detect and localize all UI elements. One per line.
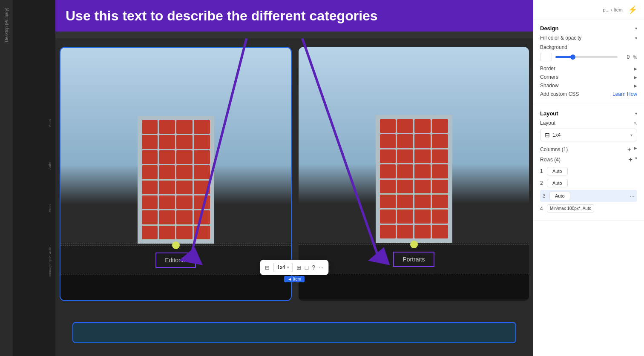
- window: [380, 164, 396, 178]
- window: [194, 226, 210, 239]
- toolbar-layout-select[interactable]: 1x4 ▾: [273, 263, 293, 272]
- card-portraits-bottom: Portraits: [299, 244, 529, 274]
- layout-section: Layout ▾ Layout ↖ ⊟ 1x4 ▾ Columns (1) + …: [533, 105, 644, 221]
- row-value-btn-4[interactable]: Min/max 100px*, Auto: [547, 204, 594, 212]
- card-label-editorial[interactable]: Editorial: [155, 253, 196, 268]
- layout-title: Layout: [540, 110, 558, 117]
- window: [194, 150, 210, 164]
- window: [397, 149, 413, 163]
- window: [142, 165, 158, 179]
- window: [432, 134, 448, 148]
- layout-chevron: ▾: [635, 111, 637, 116]
- window: [397, 134, 413, 148]
- window: [176, 181, 193, 194]
- row-3-more[interactable]: ···: [630, 192, 635, 199]
- row-value-btn-2[interactable]: Auto: [547, 179, 568, 187]
- window: [414, 164, 431, 178]
- layout-section-header[interactable]: Layout ▾: [540, 110, 637, 117]
- layout-dropdown[interactable]: ⊟ 1x4 ▾: [540, 129, 637, 141]
- left-panel-label-1: Auto: [48, 119, 52, 127]
- window: [432, 210, 448, 223]
- annotation-banner: Use this text to describe the different …: [55, 0, 533, 32]
- toolbar-layout-chevron: ▾: [287, 265, 289, 270]
- border-row[interactable]: Border ▶: [540, 66, 637, 72]
- rows-label: Rows (4): [540, 157, 561, 163]
- window: [397, 164, 413, 178]
- row-value-btn-1[interactable]: Auto: [547, 167, 568, 175]
- bolt-icon[interactable]: ⚡: [628, 5, 637, 14]
- window: [176, 210, 193, 224]
- breadcrumb-text: p... › Item: [603, 7, 623, 12]
- background-slider[interactable]: [555, 56, 618, 58]
- background-slider-thumb: [570, 55, 575, 60]
- background-opacity-value: 0: [621, 54, 630, 60]
- corners-row[interactable]: Corners ▶: [540, 74, 637, 80]
- floating-toolbar[interactable]: ⊟ 1x4 ▾ ⊞ □ ? ···: [260, 260, 328, 275]
- window: [380, 210, 396, 223]
- card-portraits-image: [299, 47, 529, 243]
- columns-label: Columns (1): [540, 146, 568, 152]
- background-swatch[interactable]: [540, 53, 552, 61]
- row-item-4: 4 Min/max 100px*, Auto: [540, 204, 637, 213]
- window: [414, 180, 431, 193]
- card-portraits[interactable]: Portraits: [299, 47, 529, 301]
- rows-header-row: Rows (4) + ▾: [540, 156, 637, 164]
- annotation-text: Use this text to describe the different …: [66, 8, 378, 24]
- layout-dropdown-chevron: ▾: [630, 133, 632, 138]
- window: [159, 210, 175, 224]
- design-chevron: ▾: [635, 26, 637, 31]
- border-arrow: ▶: [634, 66, 637, 71]
- layout-dropdown-icon: ⊟: [545, 132, 550, 138]
- shadow-label: Shadow: [540, 83, 558, 89]
- building-body-left: [138, 116, 214, 244]
- window: [397, 210, 413, 223]
- row-value-btn-3[interactable]: Auto: [549, 192, 570, 200]
- window: [176, 165, 193, 179]
- background-control: 0 %: [540, 53, 637, 61]
- layout-cursor-indicator: ↖: [634, 121, 637, 126]
- window: [397, 225, 413, 238]
- window: [414, 119, 431, 133]
- columns-add-btn[interactable]: +: [627, 146, 631, 153]
- shadow-arrow: ▶: [634, 83, 637, 88]
- fill-color-row[interactable]: Fill color & opacity ▾: [540, 35, 637, 41]
- learn-how-link[interactable]: Learn How: [612, 91, 637, 97]
- toolbar-icon-2[interactable]: □: [305, 264, 308, 271]
- shadow-row[interactable]: Shadow ▶: [540, 83, 637, 89]
- card-editorial[interactable]: Editorial: [60, 47, 292, 301]
- corners-label: Corners: [540, 74, 558, 80]
- row-item-1: 1 Auto: [540, 166, 637, 176]
- window: [159, 226, 175, 239]
- design-section-header[interactable]: Design ▾: [540, 25, 637, 32]
- window: [432, 164, 448, 178]
- window: [159, 150, 175, 164]
- building-windows-left: [138, 116, 214, 244]
- row-num-3: 3: [543, 193, 549, 199]
- window: [414, 225, 431, 238]
- window: [194, 165, 210, 179]
- layout-label-row: Layout ↖: [540, 120, 637, 126]
- rows-add-btn[interactable]: +: [629, 156, 632, 164]
- window: [414, 149, 431, 163]
- window: [159, 165, 175, 179]
- right-panel: p... › Item ⚡ Design ▾ Fill color & opac…: [533, 0, 644, 356]
- left-sidebar: Desktop (Primary): [0, 0, 13, 356]
- window: [194, 120, 210, 134]
- window: [432, 119, 448, 133]
- columns-row: Columns (1) + ▶: [540, 146, 637, 153]
- toolbar-icon-4[interactable]: ···: [319, 264, 324, 271]
- card-label-portraits[interactable]: Portraits: [393, 252, 434, 267]
- columns-arrow[interactable]: ▶: [634, 146, 637, 153]
- item-badge: ◄ Item: [284, 276, 305, 282]
- toolbar-icon-1[interactable]: ⊞: [296, 264, 302, 271]
- left-panel-label-4: inmax(100px*, Auto: [48, 247, 52, 276]
- rows-arrow[interactable]: ▾: [635, 156, 637, 164]
- toolbar-icon-3[interactable]: ?: [312, 264, 315, 271]
- border-label: Border: [540, 66, 555, 72]
- custom-css-label: Add custom CSS: [540, 91, 579, 97]
- window: [432, 180, 448, 193]
- row-num-4: 4: [540, 206, 547, 212]
- window: [380, 225, 396, 238]
- breadcrumb: p... › Item: [603, 7, 623, 12]
- window: [432, 195, 448, 208]
